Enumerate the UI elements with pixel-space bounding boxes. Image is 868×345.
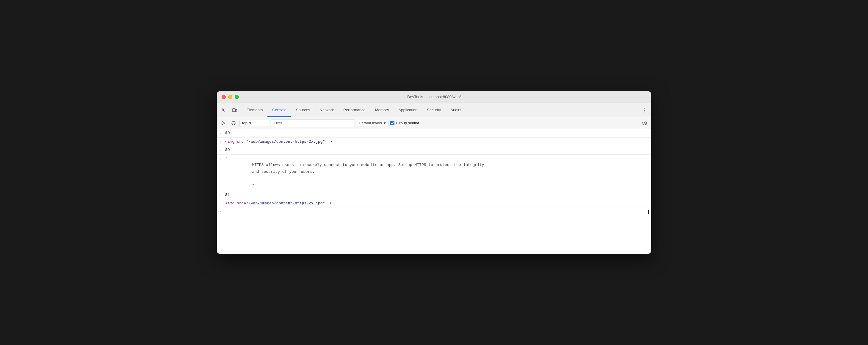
settings-button[interactable] [641, 119, 649, 127]
console-row: ‹ <img src="/web/images/content-https-2x… [217, 199, 651, 208]
tab-elements[interactable]: Elements [242, 103, 268, 117]
svg-rect-1 [236, 109, 237, 112]
title-bar: DevTools - localhost:8080/web/ [217, 91, 651, 103]
inspect-element-button[interactable] [219, 105, 229, 115]
result-arrow[interactable]: ‹ [219, 156, 225, 161]
tab-tools-left [219, 103, 240, 117]
traffic-lights [222, 95, 239, 99]
tab-audits[interactable]: Audits [445, 103, 466, 117]
console-multiline-text: HTTPS allows users to securely connect t… [225, 161, 649, 189]
maximize-button[interactable] [235, 95, 239, 99]
gear-icon [642, 121, 647, 126]
devtools-window: DevTools - localhost:8080/web/ Elemen [217, 91, 651, 254]
play-icon [221, 121, 226, 126]
console-input-row: › [217, 208, 651, 216]
dropdown-arrow-icon: ▾ [249, 121, 251, 125]
console-row: ‹ " HTTPS allows users to securely conne… [217, 155, 651, 191]
level-selector[interactable]: Default levels ▾ [356, 120, 389, 126]
clear-console-button[interactable] [229, 119, 238, 127]
window-title: DevTools - localhost:8080/web/ [407, 95, 461, 99]
filter-input[interactable] [271, 119, 354, 127]
svg-marker-3 [222, 121, 225, 125]
levels-dropdown-icon: ▾ [384, 121, 386, 125]
console-entry-text: $0 [225, 147, 649, 153]
console-row: › $0 [217, 129, 651, 138]
console-row: › $1 [217, 191, 651, 199]
tabs-right: ⋮ [639, 103, 649, 117]
console-input-prompt: › [219, 209, 225, 214]
console-row: ‹ <img src="/web/images/content-https-2x… [217, 138, 651, 146]
block-icon [231, 121, 236, 126]
tab-application[interactable]: Application [394, 103, 423, 117]
more-tabs-button[interactable]: ⋮ [639, 105, 649, 115]
tab-performance[interactable]: Performance [339, 103, 370, 117]
tab-sources[interactable]: Sources [291, 103, 315, 117]
console-row: › $0 [217, 146, 651, 155]
run-script-button[interactable] [219, 119, 227, 127]
device-icon [232, 108, 237, 113]
console-entry-text: $1 [225, 192, 649, 198]
tabs-list: Elements Console Sources Network Perform… [242, 103, 639, 117]
prompt-arrow[interactable]: › [219, 192, 225, 198]
result-arrow[interactable]: ‹ [219, 200, 225, 206]
close-button[interactable] [222, 95, 226, 99]
prompt-arrow[interactable]: › [219, 130, 225, 136]
console-entry-text: $0 [225, 130, 649, 136]
prompt-arrow[interactable]: › [219, 147, 225, 153]
cursor-icon [222, 108, 226, 113]
console-toolbar: top ▾ Default levels ▾ Group similar [217, 117, 651, 129]
minimize-button[interactable] [228, 95, 232, 99]
console-link[interactable]: /web/images/content-https-2x.jpg [248, 201, 323, 206]
console-entry-text: <img src="/web/images/content-https-2x.j… [225, 200, 649, 207]
context-selector[interactable]: top ▾ [240, 120, 269, 126]
console-link[interactable]: /web/images/content-https-2x.jpg [248, 139, 323, 144]
console-entry-text: " HTTPS allows users to securely connect… [225, 156, 649, 189]
tabs-row: Elements Console Sources Network Perform… [217, 103, 651, 117]
group-similar-checkbox-group: Group similar [390, 121, 419, 125]
tab-security[interactable]: Security [422, 103, 445, 117]
tab-network[interactable]: Network [315, 103, 339, 117]
tab-memory[interactable]: Memory [370, 103, 394, 117]
group-similar-checkbox[interactable] [390, 121, 395, 125]
console-input-field[interactable] [225, 210, 648, 214]
result-arrow[interactable]: ‹ [219, 139, 225, 145]
device-toolbar-button[interactable] [230, 105, 240, 115]
cursor [648, 210, 649, 214]
console-entry-text: <img src="/web/images/content-https-2x.j… [225, 139, 649, 145]
console-content: › $0 ‹ <img src="/web/images/content-htt… [217, 129, 651, 254]
tab-console[interactable]: Console [268, 103, 291, 117]
